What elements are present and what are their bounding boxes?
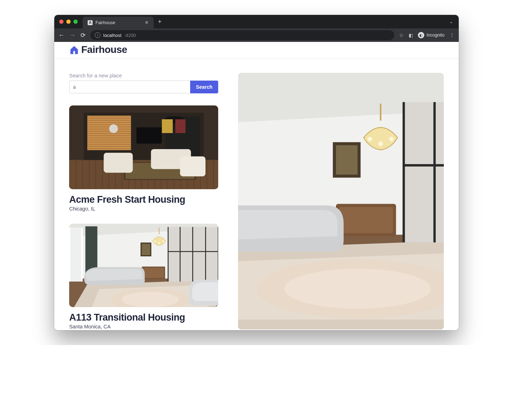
tabs-overflow-icon[interactable]: ⌄ — [444, 19, 459, 24]
url-port: :4200 — [124, 33, 136, 38]
left-column: Search for a new place Search Acme Fresh… — [69, 73, 218, 329]
url-host: localhost — [103, 33, 121, 38]
search-button[interactable]: Search — [190, 81, 218, 93]
search-label: Search for a new place — [69, 73, 218, 78]
listing-photo — [69, 224, 218, 307]
browser-menu-icon[interactable]: ⋮ — [449, 32, 454, 38]
incognito-indicator[interactable]: ◐ Incognito — [418, 32, 445, 38]
listing-card[interactable]: A113 Transitional Housing Santa Monica, … — [69, 224, 218, 330]
window-close-button[interactable] — [59, 20, 64, 24]
nav-forward-button[interactable]: → — [70, 32, 76, 39]
site-header: Fairhouse — [54, 42, 459, 59]
detail-photo — [238, 73, 444, 329]
window-titlebar: A Fairhouse ✕ + ⌄ — [54, 15, 459, 28]
extensions-icon[interactable]: ◧ — [409, 33, 413, 38]
tab-close-icon[interactable]: ✕ — [145, 20, 149, 25]
tab-title: Fairhouse — [95, 20, 115, 25]
listing-title: Acme Fresh Start Housing — [69, 194, 218, 205]
listing-card[interactable]: Acme Fresh Start Housing Chicago, IL — [69, 105, 218, 212]
page-viewport[interactable]: Fairhouse Search for a new place Search … — [54, 42, 459, 330]
logo-house-icon — [69, 45, 79, 55]
detail-panel: A113 Transitional Housing Santa Monica, … — [238, 73, 444, 329]
listing-photo — [69, 105, 218, 189]
window-zoom-button[interactable] — [73, 20, 78, 24]
browser-window: A Fairhouse ✕ + ⌄ ← → ⟳ i localhost:4200… — [54, 15, 459, 330]
incognito-label: Incognito — [426, 33, 445, 38]
browser-tab[interactable]: A Fairhouse ✕ — [83, 17, 154, 28]
address-bar[interactable]: i localhost:4200 — [90, 30, 394, 40]
svg-rect-47 — [73, 51, 75, 54]
nav-reload-button[interactable]: ⟳ — [81, 32, 86, 39]
listing-title: A113 Transitional Housing — [69, 312, 218, 323]
nav-back-button[interactable]: ← — [59, 32, 65, 39]
listing-location: Chicago, IL — [69, 206, 218, 212]
incognito-icon: ◐ — [418, 32, 424, 38]
bookmark-star-icon[interactable]: ☆ — [399, 32, 404, 38]
window-controls — [59, 15, 83, 28]
new-tab-button[interactable]: + — [158, 18, 162, 26]
window-minimize-button[interactable] — [66, 20, 71, 24]
search-form: Search — [69, 81, 218, 93]
search-input[interactable] — [69, 81, 190, 93]
tab-favicon: A — [88, 20, 93, 25]
site-info-icon[interactable]: i — [95, 32, 100, 38]
brand-name: Fairhouse — [81, 44, 127, 55]
listing-location: Santa Monica, CA — [69, 324, 218, 329]
browser-toolbar: ← → ⟳ i localhost:4200 ☆ ◧ ◐ Incognito ⋮ — [54, 28, 459, 42]
